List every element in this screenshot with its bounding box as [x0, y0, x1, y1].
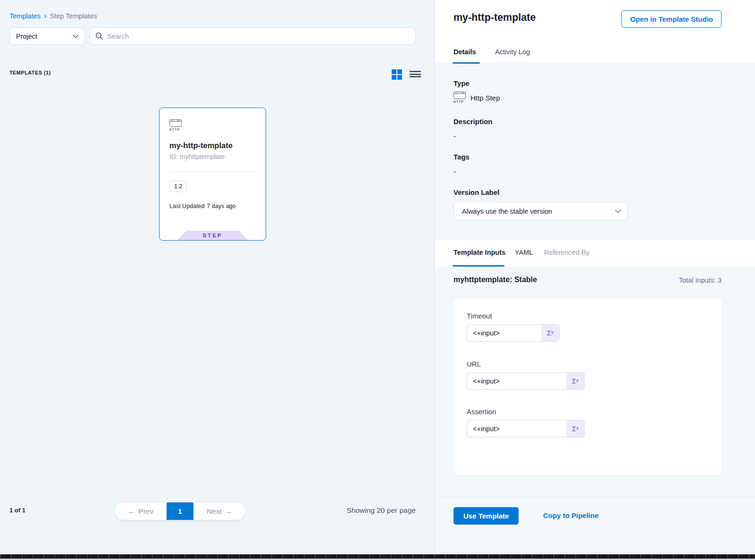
scope-select[interactable]: Project	[9, 27, 85, 45]
version-label: Version Label	[453, 188, 500, 196]
page-1-button[interactable]: 1	[167, 502, 193, 520]
expression-sigma-icon[interactable]: Σˣ	[566, 420, 584, 437]
tab-details[interactable]: Details	[453, 48, 476, 56]
prev-page-button[interactable]: ← Prev	[115, 502, 167, 520]
search-input[interactable]	[107, 33, 410, 40]
template-inputs-section: myhttptemplate: Stable Total Inputs: 3 T…	[435, 267, 755, 554]
breadcrumb: Templates › Step Templates	[9, 12, 97, 20]
search-box	[90, 27, 416, 45]
tab-yaml[interactable]: YAML	[515, 249, 533, 256]
template-details-panel: my-http-template Open in Template Studio…	[434, 0, 755, 554]
timeout-input-group: Σˣ	[467, 324, 560, 342]
url-input[interactable]	[467, 373, 566, 389]
active-tab-underline	[453, 265, 504, 267]
assertion-label: Assertion	[467, 408, 496, 416]
right-arrow-icon: →	[225, 507, 233, 516]
chevron-down-icon	[73, 34, 78, 38]
total-inputs-label: Total Inputs: 3	[679, 276, 721, 284]
expression-sigma-icon[interactable]: Σˣ	[541, 325, 559, 341]
http-step-icon: HTTP	[169, 119, 183, 131]
copy-to-pipeline-link[interactable]: Copy to Pipeline	[543, 511, 599, 519]
tab-activity-log[interactable]: Activity Log	[495, 48, 530, 56]
tags-label: Tags	[453, 153, 470, 161]
inputs-card: Timeout Σˣ URL Σˣ Assertion Σˣ	[453, 299, 722, 475]
version-badge: 1.2	[169, 181, 187, 192]
divider	[435, 497, 755, 497]
version-select[interactable]: Always use the stable version	[453, 202, 628, 220]
assertion-input-group: Σˣ	[467, 420, 585, 437]
timeout-input[interactable]	[467, 325, 541, 341]
tab-template-inputs[interactable]: Template Inputs	[453, 249, 505, 256]
url-label: URL	[467, 360, 481, 368]
breadcrumb-current: Step Templates	[50, 12, 97, 20]
desktop-wallpaper-strip	[0, 554, 755, 559]
per-page-label: Showing 20 per page	[346, 506, 416, 515]
http-step-icon: HTTP	[453, 92, 467, 103]
panel-title: my-http-template	[453, 12, 536, 24]
template-list-panel: Templates › Step Templates Project TEMPL…	[0, 0, 434, 554]
tab-referenced-by[interactable]: Referenced By	[544, 249, 589, 256]
scope-select-value: Project	[16, 33, 37, 40]
assertion-input[interactable]	[467, 420, 566, 437]
pagination: ← Prev 1 Next →	[115, 502, 245, 520]
template-card-title: my-http-template	[169, 141, 233, 150]
search-icon	[95, 32, 103, 40]
inputs-heading: myhttptemplate: Stable	[453, 276, 537, 284]
divider	[169, 171, 256, 172]
open-in-template-studio-button[interactable]: Open in Template Studio	[621, 10, 721, 28]
list-view-icon[interactable]	[410, 71, 421, 79]
last-updated: Last Updated 7 days ago	[169, 203, 236, 209]
chevron-down-icon	[615, 209, 621, 213]
type-label: Type	[453, 79, 470, 87]
template-card[interactable]: HTTP my-http-template ID: myhttptemplate…	[159, 108, 266, 241]
next-page-button[interactable]: Next →	[193, 502, 245, 520]
description-value: -	[453, 132, 456, 140]
expression-sigma-icon[interactable]: Σˣ	[566, 373, 584, 389]
details-tabbar: Details Activity Log	[435, 41, 755, 63]
use-template-button[interactable]: Use Template	[453, 507, 519, 525]
inputs-tabbar: Template Inputs YAML Referenced By	[435, 240, 755, 267]
step-type-ribbon: STEP	[177, 231, 248, 240]
templates-count-header: TEMPLATES (1)	[9, 70, 51, 75]
version-select-value: Always use the stable version	[462, 208, 552, 215]
url-input-group: Σˣ	[467, 372, 585, 390]
type-value: Http Step	[470, 94, 500, 102]
app-window: Templates › Step Templates Project TEMPL…	[0, 0, 755, 560]
template-card-id: ID: myhttptemplate	[169, 153, 225, 160]
grid-view-icon[interactable]	[392, 69, 402, 80]
breadcrumb-chevron-icon: ›	[44, 12, 47, 20]
details-section: Type HTTP Http Step Description - Tags -…	[435, 64, 755, 240]
breadcrumb-templates-link[interactable]: Templates	[9, 12, 41, 20]
timeout-label: Timeout	[467, 312, 492, 320]
page-summary: 1 of 1	[9, 507, 25, 514]
left-arrow-icon: ←	[128, 507, 135, 516]
tags-value: -	[453, 167, 456, 176]
description-label: Description	[453, 117, 493, 125]
